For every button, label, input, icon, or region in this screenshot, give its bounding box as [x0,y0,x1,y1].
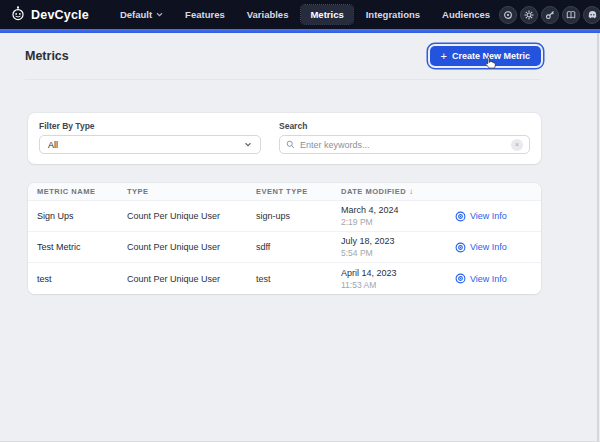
api-key-icon [545,10,555,20]
col-header-label: Date Modified [341,187,406,196]
nav-item-default-project[interactable]: Default [111,5,172,24]
settings-button[interactable] [520,6,538,24]
metrics-table: Metric Name Type Event Type Date Modifie… [28,183,541,294]
search-group: Search × [279,121,530,154]
scrollbar-track[interactable] [597,33,599,441]
date: April 14, 2023 [341,268,436,278]
page-title: Metrics [25,49,69,63]
navbar-actions [499,5,600,24]
search-input[interactable] [300,140,506,150]
time: 5:54 PM [341,248,436,258]
event-type: sign-ups [247,211,332,221]
date-modified: March 4, 2024 2:19 PM [332,205,436,227]
metric-name: Sign Ups [28,211,118,221]
view-info-label: View Info [470,211,507,221]
table-row[interactable]: test Count Per Unique User test April 14… [28,263,541,294]
docs-book-icon [566,10,576,20]
view-eye-icon [455,211,466,222]
col-header-type[interactable]: Type [118,187,247,196]
create-button-label: Create New Metric [452,51,530,61]
filter-type-group: Filter By Type All [39,121,261,154]
filter-type-select[interactable]: All [39,135,261,154]
metric-type: Count Per Unique User [118,242,247,252]
nav-item-label: Default [120,9,152,20]
event-type: test [247,274,332,284]
sort-descending-icon: ↓ [409,187,413,196]
view-info-label: View Info [470,242,507,252]
nav-items: Default Features Variables Metrics Integ… [111,5,499,24]
view-info-link[interactable]: View Info [436,242,541,253]
nav-item-metrics[interactable]: Metrics [301,5,352,24]
search-icon [286,140,295,149]
create-new-metric-button[interactable]: + Create New Metric [430,46,541,66]
filter-type-value: All [48,140,58,150]
time: 11:53 AM [341,280,436,290]
page-header: Metrics + Create New Metric [25,33,541,80]
brand-name: DevCycle [31,8,89,22]
api-keys-button[interactable] [541,6,559,24]
filter-card: Filter By Type All Search × [28,113,541,164]
discord-icon [587,10,598,20]
chevron-down-icon [244,142,252,147]
nav-item-variables[interactable]: Variables [238,5,298,24]
metric-type: Count Per Unique User [118,274,247,284]
metric-name: Test Metric [28,242,118,252]
top-navbar: DevCycle Default Features Variables Metr… [0,0,600,29]
table-row[interactable]: Test Metric Count Per Unique User sdff J… [28,232,541,263]
search-label: Search [279,121,530,131]
discord-button[interactable] [583,6,600,24]
docs-button[interactable] [562,6,580,24]
main-content: Metrics + Create New Metric Filter By Ty… [0,33,600,294]
date-modified: July 18, 2023 5:54 PM [332,236,436,258]
target-status-button[interactable] [499,6,517,24]
event-type: sdff [247,242,332,252]
table-row[interactable]: Sign Ups Count Per Unique User sign-ups … [28,201,541,232]
col-header-event-type[interactable]: Event Type [247,187,332,196]
metric-type: Count Per Unique User [118,211,247,221]
nav-item-audiences[interactable]: Audiences [433,5,499,24]
view-info-link[interactable]: View Info [436,273,541,284]
target-status-icon [503,10,513,20]
col-header-metric-name[interactable]: Metric Name [28,187,118,196]
col-header-date-modified[interactable]: Date Modified↓ [332,187,436,196]
date: March 4, 2024 [341,205,436,215]
filter-type-label: Filter By Type [39,121,261,131]
time: 2:19 PM [341,217,436,227]
view-eye-icon [455,273,466,284]
date-modified: April 14, 2023 11:53 AM [332,268,436,290]
search-box: × [279,135,530,154]
date: July 18, 2023 [341,236,436,246]
devcycle-robot-icon [10,5,26,25]
table-header-row: Metric Name Type Event Type Date Modifie… [28,183,541,201]
nav-item-integrations[interactable]: Integrations [357,5,429,24]
clear-search-button[interactable]: × [511,139,523,151]
view-info-link[interactable]: View Info [436,211,541,222]
view-eye-icon [455,242,466,253]
settings-gear-icon [524,10,534,20]
nav-item-features[interactable]: Features [176,5,234,24]
chevron-down-icon [156,12,163,17]
devcycle-logo[interactable]: DevCycle [10,5,89,25]
plus-icon: + [441,51,447,62]
view-info-label: View Info [470,274,507,284]
metric-name: test [28,274,118,284]
